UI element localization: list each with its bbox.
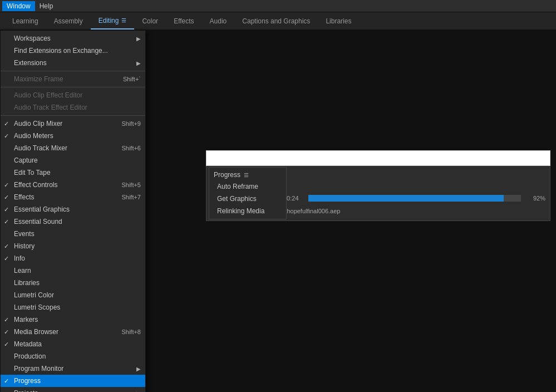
menu-item-media-browser[interactable]: ✓ Media Browser Shift+8 bbox=[1, 326, 145, 338]
check-icon: ✓ bbox=[4, 194, 9, 201]
window-dropdown-menu: Workspaces ▶ Find Extensions on Exchange… bbox=[0, 30, 146, 392]
menu-item-find-extensions[interactable]: Find Extensions on Exchange... bbox=[1, 45, 145, 57]
menu-item-effect-controls[interactable]: ✓ Effect Controls Shift+5 bbox=[1, 179, 145, 191]
tab-learning[interactable]: Learning bbox=[4, 12, 46, 30]
menu-item-edit-to-tape[interactable]: Edit To Tape bbox=[1, 166, 145, 179]
arrow-icon: ▶ bbox=[136, 366, 141, 372]
menu-item-learn[interactable]: Learn bbox=[1, 264, 145, 277]
menu-item-essential-sound[interactable]: ✓ Essential Sound bbox=[1, 215, 145, 228]
menu-item-markers[interactable]: ✓ Markers bbox=[1, 313, 145, 326]
menu-item-production[interactable]: Production bbox=[1, 350, 145, 362]
tab-libraries[interactable]: Libraries bbox=[318, 12, 359, 30]
menu-item-capture[interactable]: Capture bbox=[1, 154, 145, 166]
editing-menu-icon: ☰ bbox=[121, 17, 126, 23]
check-icon: ✓ bbox=[4, 255, 9, 262]
shortcut-label: Shift+8 bbox=[121, 329, 141, 335]
menubar: Window Help bbox=[0, 0, 556, 12]
menu-item-audio-track-mixer[interactable]: Audio Track Mixer Shift+6 bbox=[1, 142, 145, 154]
menu-item-projects[interactable]: Projects ▶ bbox=[1, 387, 145, 392]
check-icon: ✓ bbox=[4, 378, 9, 385]
menu-item-lumetri-scopes[interactable]: Lumetri Scopes bbox=[1, 301, 145, 313]
menu-item-progress[interactable]: ✓ Progress bbox=[1, 375, 145, 387]
menu-item-metadata[interactable]: ✓ Metadata bbox=[1, 338, 145, 350]
progress-percentage: 92% bbox=[524, 195, 545, 202]
shortcut-label: Shift+7 bbox=[121, 194, 141, 200]
check-icon: ✓ bbox=[4, 243, 9, 250]
menu-separator-3 bbox=[1, 115, 145, 116]
mini-menu-header: Progress ☰ bbox=[209, 169, 286, 180]
check-icon: ✓ bbox=[4, 218, 9, 226]
menu-item-history[interactable]: ✓ History bbox=[1, 240, 145, 252]
menu-window[interactable]: Window bbox=[2, 1, 35, 11]
menu-item-essential-graphics[interactable]: ✓ Essential Graphics bbox=[1, 203, 145, 215]
shortcut-label: Shift+9 bbox=[121, 120, 141, 127]
menu-item-audio-clip-mixer[interactable]: ✓ Audio Clip Mixer Shift+9 bbox=[1, 117, 145, 130]
check-icon: ✓ bbox=[4, 341, 9, 348]
menu-item-program-monitor[interactable]: Program Monitor ▶ bbox=[1, 362, 145, 375]
arrow-icon: ▶ bbox=[136, 36, 141, 42]
tab-effects[interactable]: Effects bbox=[166, 12, 201, 30]
progress-bar-fill bbox=[308, 195, 504, 202]
menu-item-maximize-frame: Maximize Frame Shift+` bbox=[1, 73, 145, 85]
menu-item-workspaces[interactable]: Workspaces ▶ bbox=[1, 32, 145, 45]
progress-time: 00:24 bbox=[283, 195, 308, 202]
menu-item-info[interactable]: ✓ Info bbox=[1, 252, 145, 264]
menu-item-audio-clip-effect-editor: Audio Clip Effect Editor bbox=[1, 89, 145, 101]
check-icon: ✓ bbox=[4, 182, 9, 189]
tab-audio[interactable]: Audio bbox=[202, 12, 235, 30]
tab-editing[interactable]: Editing ☰ bbox=[91, 12, 135, 30]
menu-item-events[interactable]: Events bbox=[1, 228, 145, 240]
tabbar: Learning Assembly Editing ☰ Color Effect… bbox=[0, 12, 556, 30]
check-icon: ✓ bbox=[4, 120, 9, 128]
check-icon: ✓ bbox=[4, 206, 9, 213]
arrow-icon: ▶ bbox=[136, 390, 141, 393]
tab-color[interactable]: Color bbox=[134, 12, 166, 30]
menu-separator-2 bbox=[1, 87, 145, 87]
mini-menu-item-auto-reframe[interactable]: Auto Reframe bbox=[209, 180, 286, 193]
mini-menu-item-get-graphics[interactable]: Get Graphics bbox=[209, 193, 286, 205]
menu-item-libraries[interactable]: Libraries bbox=[1, 277, 145, 289]
check-icon: ✓ bbox=[4, 316, 9, 324]
menu-item-effects[interactable]: ✓ Effects Shift+7 bbox=[1, 191, 145, 203]
progress-bar-container bbox=[308, 195, 521, 202]
tab-captions-graphics[interactable]: Captions and Graphics bbox=[234, 12, 318, 30]
shortcut-label: Shift+` bbox=[123, 76, 141, 82]
arrow-icon: ▶ bbox=[136, 60, 141, 66]
tab-assembly[interactable]: Assembly bbox=[46, 12, 91, 30]
menu-item-audio-meters[interactable]: ✓ Audio Meters bbox=[1, 130, 145, 142]
mini-menu-item-relinking-media[interactable]: Relinking Media bbox=[209, 205, 286, 217]
main-area: Workspaces ▶ Find Extensions on Exchange… bbox=[0, 30, 556, 392]
menu-separator-1 bbox=[1, 71, 145, 71]
progress-input-bar bbox=[206, 150, 550, 166]
check-icon: ✓ bbox=[4, 133, 9, 140]
menu-help[interactable]: Help bbox=[35, 1, 58, 11]
shortcut-label: Shift+6 bbox=[121, 145, 141, 151]
mini-progress-menu: Progress ☰ Auto Reframe Get Graphics Rel… bbox=[209, 167, 287, 219]
menu-item-extensions[interactable]: Extensions ▶ bbox=[1, 57, 145, 69]
menu-item-lumetri-color[interactable]: Lumetri Color bbox=[1, 289, 145, 301]
shortcut-label: Shift+5 bbox=[121, 182, 141, 188]
mini-menu-hamburger-icon: ☰ bbox=[244, 172, 249, 178]
menu-item-audio-track-effect-editor: Audio Track Effect Editor bbox=[1, 101, 145, 114]
check-icon: ✓ bbox=[4, 329, 9, 336]
